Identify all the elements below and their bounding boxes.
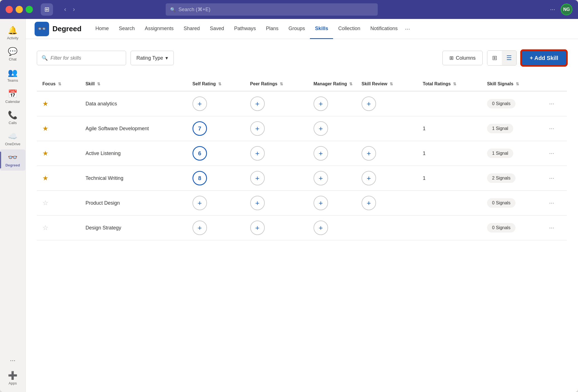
columns-icon: ⊞ bbox=[449, 55, 454, 61]
more-options-icon[interactable]: ··· bbox=[550, 6, 555, 13]
row-menu-icon[interactable]: ··· bbox=[549, 125, 554, 132]
row-menu-icon[interactable]: ··· bbox=[549, 199, 554, 206]
apps-icon: ➕ bbox=[8, 371, 18, 380]
skill-sort-icon[interactable]: ⇅ bbox=[97, 82, 100, 86]
manager-rating-add[interactable]: + bbox=[314, 146, 328, 161]
self-rating-add[interactable]: + bbox=[192, 196, 207, 210]
row-menu-icon[interactable]: ··· bbox=[549, 150, 554, 157]
sidebar-item-apps[interactable]: ➕ Apps bbox=[0, 367, 25, 389]
global-search-bar[interactable]: 🔍 bbox=[166, 3, 378, 16]
search-icon: 🔍 bbox=[170, 7, 176, 12]
filter-input-wrap[interactable]: 🔍 bbox=[37, 51, 126, 65]
row-menu-icon[interactable]: ··· bbox=[549, 224, 554, 231]
sidebar-item-calendar[interactable]: 📅 Calendar bbox=[0, 86, 25, 107]
app-header: 👓 Degreed Home Search Assignments Shared… bbox=[26, 19, 578, 39]
sidebar-item-label-degreed: Degreed bbox=[5, 163, 20, 167]
sidebar-item-label-apps: Apps bbox=[9, 381, 17, 385]
peer-rating-add[interactable]: + bbox=[250, 171, 265, 185]
filter-input[interactable] bbox=[50, 55, 121, 61]
close-button[interactable] bbox=[6, 6, 13, 13]
forward-arrow[interactable]: › bbox=[71, 5, 77, 14]
row-menu-icon[interactable]: ··· bbox=[549, 175, 554, 182]
self-rating-add[interactable]: + bbox=[192, 96, 207, 111]
nav-assignments[interactable]: Assignments bbox=[140, 19, 179, 39]
list-icon: ☰ bbox=[506, 54, 512, 62]
manager-rating-add[interactable]: + bbox=[314, 171, 328, 185]
toolbar: 🔍 Rating Type ▾ ⊞ Columns ⊞ bbox=[37, 50, 567, 66]
global-search-input[interactable] bbox=[179, 7, 373, 13]
manager-rating-add[interactable]: + bbox=[314, 221, 328, 235]
skill-review-sort-icon[interactable]: ⇅ bbox=[390, 82, 393, 86]
star-empty-icon[interactable]: ☆ bbox=[42, 224, 49, 231]
skill-review-add[interactable]: + bbox=[362, 96, 376, 111]
traffic-lights bbox=[6, 6, 33, 13]
nav-skills[interactable]: Skills bbox=[310, 19, 333, 39]
rating-type-button[interactable]: Rating Type ▾ bbox=[131, 51, 174, 65]
manager-rating-add[interactable]: + bbox=[314, 196, 328, 210]
star-filled-icon[interactable]: ★ bbox=[42, 100, 49, 107]
peer-rating-add[interactable]: + bbox=[250, 96, 265, 111]
sidebar-more-dots[interactable]: ··· bbox=[6, 353, 19, 367]
nav-notifications[interactable]: Notifications bbox=[365, 19, 403, 39]
sidebar-item-activity[interactable]: 🔔 Activity bbox=[0, 22, 25, 43]
nav-groups[interactable]: Groups bbox=[283, 19, 310, 39]
sidebar-item-label-calendar: Calendar bbox=[5, 100, 20, 104]
star-filled-icon[interactable]: ★ bbox=[42, 149, 49, 157]
add-skill-button[interactable]: + Add Skill bbox=[521, 50, 567, 66]
peer-ratings-sort-icon[interactable]: ⇅ bbox=[280, 82, 283, 86]
nav-home[interactable]: Home bbox=[90, 19, 114, 39]
nav-saved[interactable]: Saved bbox=[205, 19, 229, 39]
total-ratings-value: 1 bbox=[423, 175, 426, 181]
chevron-down-icon: ▾ bbox=[165, 55, 168, 61]
row-menu-icon[interactable]: ··· bbox=[549, 100, 554, 107]
manager-rating-add[interactable]: + bbox=[314, 96, 328, 111]
skill-review-add[interactable]: + bbox=[362, 171, 376, 185]
signals-badge: 0 Signals bbox=[487, 223, 516, 233]
signals-badge: 1 Signal bbox=[487, 149, 513, 158]
sidebar-item-onedrive[interactable]: ☁️ OneDrive bbox=[0, 128, 25, 149]
columns-button[interactable]: ⊞ Columns bbox=[442, 51, 483, 65]
peer-rating-add[interactable]: + bbox=[250, 146, 265, 161]
grid-view-button[interactable]: ⊞ bbox=[487, 51, 502, 65]
peer-rating-add[interactable]: + bbox=[250, 121, 265, 136]
rating-type-label: Rating Type bbox=[136, 55, 163, 61]
nav-pathways[interactable]: Pathways bbox=[229, 19, 261, 39]
sidebar-item-degreed[interactable]: 👓 Degreed bbox=[0, 149, 25, 171]
star-empty-icon[interactable]: ☆ bbox=[42, 199, 49, 207]
table-row: ☆ Design Strategy + + + 0 Signals ··· bbox=[37, 216, 567, 240]
star-filled-icon[interactable]: ★ bbox=[42, 125, 49, 132]
self-rating-value[interactable]: 7 bbox=[192, 121, 207, 136]
skill-review-add[interactable]: + bbox=[362, 146, 376, 161]
peer-rating-add[interactable]: + bbox=[250, 221, 265, 235]
title-bar: ⊞ ‹ › 🔍 ··· NG bbox=[0, 0, 578, 19]
nav-more-icon[interactable]: ··· bbox=[403, 25, 412, 33]
skill-review-add[interactable]: + bbox=[362, 196, 376, 210]
sidebar-item-chat[interactable]: 💬 Chat bbox=[0, 43, 25, 65]
maximize-button[interactable] bbox=[26, 6, 33, 13]
table-header-row: Focus ⇅ Skill ⇅ Self Rating ⇅ bbox=[37, 77, 567, 91]
sidebar-item-calls[interactable]: 📞 Calls bbox=[0, 107, 25, 128]
back-arrow[interactable]: ‹ bbox=[62, 5, 68, 14]
manager-rating-sort-icon[interactable]: ⇅ bbox=[349, 82, 353, 86]
minimize-button[interactable] bbox=[16, 6, 23, 13]
nav-shared[interactable]: Shared bbox=[179, 19, 205, 39]
self-rating-value[interactable]: 8 bbox=[192, 171, 207, 185]
focus-sort-icon[interactable]: ⇅ bbox=[58, 82, 61, 86]
sidebar-item-teams[interactable]: 👥 Teams bbox=[0, 65, 25, 86]
sidebar: 🔔 Activity 💬 Chat 👥 Teams 📅 Calendar 📞 C… bbox=[0, 19, 26, 392]
star-filled-icon[interactable]: ★ bbox=[42, 174, 49, 182]
skill-signals-sort-icon[interactable]: ⇅ bbox=[516, 82, 519, 86]
list-view-button[interactable]: ☰ bbox=[502, 51, 516, 65]
filter-icon: 🔍 bbox=[42, 55, 48, 61]
peer-rating-add[interactable]: + bbox=[250, 196, 265, 210]
self-rating-add[interactable]: + bbox=[192, 221, 207, 235]
manager-rating-add[interactable]: + bbox=[314, 121, 328, 136]
total-ratings-sort-icon[interactable]: ⇅ bbox=[453, 82, 456, 86]
nav-plans[interactable]: Plans bbox=[261, 19, 283, 39]
user-avatar[interactable]: NG bbox=[561, 4, 572, 15]
nav-search[interactable]: Search bbox=[114, 19, 140, 39]
sidebar-item-label-chat: Chat bbox=[9, 57, 16, 61]
self-rating-value[interactable]: 6 bbox=[192, 146, 207, 161]
nav-collection[interactable]: Collection bbox=[333, 19, 365, 39]
self-rating-sort-icon[interactable]: ⇅ bbox=[218, 82, 221, 86]
